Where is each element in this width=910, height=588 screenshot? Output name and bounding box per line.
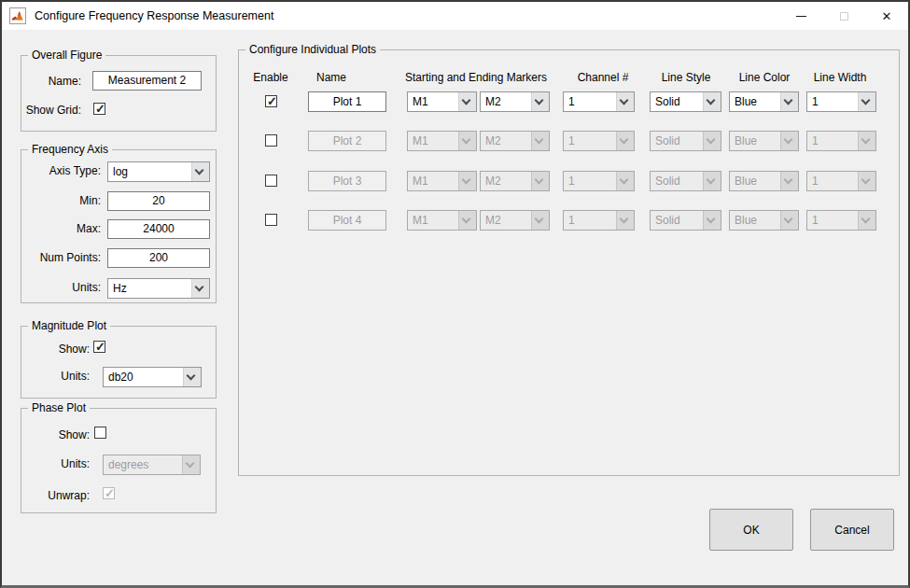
line-width-dropdown: 1 xyxy=(806,131,876,151)
max-field[interactable]: 24000 xyxy=(107,219,210,239)
min-label: Min: xyxy=(21,194,101,207)
enable-checkbox[interactable] xyxy=(265,95,277,107)
end-marker-dropdown[interactable]: M2 xyxy=(480,91,550,112)
chevron-down-icon xyxy=(531,172,549,190)
line-width-value: 1 xyxy=(812,175,819,188)
phase-units-dropdown: degrees xyxy=(103,455,201,475)
titlebar: Configure Frequency Response Measurement… xyxy=(2,2,908,30)
start-marker-value: M1 xyxy=(413,175,428,188)
chevron-down-icon xyxy=(458,172,476,190)
group-title: Configure Individual Plots xyxy=(245,43,380,56)
line-style-value: Solid xyxy=(655,134,680,147)
chevron-down-icon xyxy=(458,92,476,111)
enable-checkbox[interactable] xyxy=(265,214,277,226)
chevron-down-icon xyxy=(703,92,721,111)
line-width-dropdown: 1 xyxy=(806,210,876,231)
chevron-down-icon xyxy=(858,132,875,150)
frequency-axis-group: Frequency Axis Axis Type: log Min: 20 Ma… xyxy=(21,149,217,303)
line-color-dropdown[interactable]: Blue xyxy=(729,91,799,112)
enable-header: Enable xyxy=(253,71,287,84)
chevron-down-icon xyxy=(191,162,209,181)
plot-row-2: Plot 2 M1 M2 1 Solid Blue 1 xyxy=(239,131,899,151)
start-marker-value: M1 xyxy=(413,95,428,108)
axis-type-label: Axis Type: xyxy=(21,164,101,177)
line-style-value: Solid xyxy=(655,175,680,188)
show-label: Show: xyxy=(21,428,90,441)
max-label: Max: xyxy=(21,222,101,235)
channel-dropdown: 1 xyxy=(563,131,635,151)
chevron-down-icon xyxy=(183,368,201,386)
start-marker-dropdown: M1 xyxy=(407,131,477,151)
chevron-down-icon xyxy=(780,92,798,111)
line-color-value: Blue xyxy=(735,134,757,147)
channel-value: 1 xyxy=(568,95,575,108)
chevron-down-icon xyxy=(458,132,476,150)
group-title: Frequency Axis xyxy=(28,143,112,156)
plot-row-4: Plot 4 M1 M2 1 Solid Blue 1 xyxy=(239,210,899,231)
phase-show-checkbox[interactable] xyxy=(94,427,106,439)
enable-checkbox[interactable] xyxy=(265,134,277,147)
minimize-button[interactable] xyxy=(779,2,822,30)
magnitude-plot-group: Magnitude Plot Show: Units: db20 xyxy=(21,326,217,399)
end-marker-dropdown: M2 xyxy=(480,131,550,151)
configure-measurement-dialog: Configure Frequency Response Measurement… xyxy=(0,0,910,588)
cancel-button[interactable]: Cancel xyxy=(810,509,894,551)
line-width-dropdown[interactable]: 1 xyxy=(806,91,876,112)
frequency-units-dropdown[interactable]: Hz xyxy=(107,278,210,299)
channel-value: 1 xyxy=(568,175,575,188)
ok-button[interactable]: OK xyxy=(709,509,793,551)
plot-row-1: Plot 1 M1 M2 1 Solid Blue 1 xyxy=(239,91,899,112)
end-marker-value: M2 xyxy=(485,95,501,108)
units-label: Units: xyxy=(21,370,90,383)
plot-row-3: Plot 3 M1 M2 1 Solid Blue 1 xyxy=(239,171,899,191)
chevron-down-icon xyxy=(780,172,798,190)
channel-value: 1 xyxy=(568,134,575,147)
unwrap-checkbox xyxy=(103,487,115,499)
plot-name-field: Plot 3 xyxy=(308,171,386,191)
show-grid-checkbox[interactable] xyxy=(93,103,105,115)
chevron-down-icon xyxy=(858,92,875,111)
units-label: Units: xyxy=(21,457,90,470)
line-color-dropdown: Blue xyxy=(729,171,799,191)
minimize-icon xyxy=(796,16,806,17)
chevron-down-icon xyxy=(780,132,798,150)
line-style-header: Line Style xyxy=(662,71,711,84)
channel-dropdown: 1 xyxy=(563,171,635,191)
axis-type-value: log xyxy=(113,165,128,178)
line-width-value: 1 xyxy=(812,134,819,147)
window-controls: ✕ xyxy=(779,2,908,30)
chevron-down-icon xyxy=(616,172,634,190)
line-color-value: Blue xyxy=(735,175,757,188)
axis-type-dropdown[interactable]: log xyxy=(107,161,210,182)
chevron-down-icon xyxy=(703,132,721,150)
close-icon: ✕ xyxy=(882,10,892,22)
chevron-down-icon xyxy=(616,211,634,230)
plot-name-field[interactable]: Plot 1 xyxy=(308,91,386,112)
line-style-dropdown: Solid xyxy=(650,171,721,191)
num-points-label: Num Points: xyxy=(21,251,101,264)
line-color-value: Blue xyxy=(735,95,757,108)
magnitude-units-value: db20 xyxy=(108,371,133,384)
end-marker-value: M2 xyxy=(485,214,501,227)
enable-checkbox[interactable] xyxy=(265,175,277,187)
close-button[interactable]: ✕ xyxy=(865,2,908,30)
line-style-dropdown: Solid xyxy=(650,131,721,151)
name-header: Name xyxy=(316,71,346,84)
chevron-down-icon xyxy=(458,211,476,230)
matlab-logo-icon xyxy=(9,7,26,24)
line-style-dropdown[interactable]: Solid xyxy=(650,91,721,112)
channel-dropdown[interactable]: 1 xyxy=(563,91,635,112)
start-marker-dropdown[interactable]: M1 xyxy=(407,91,477,112)
min-field[interactable]: 20 xyxy=(107,191,210,211)
end-marker-value: M2 xyxy=(485,175,501,188)
line-color-dropdown: Blue xyxy=(729,210,799,231)
figure-name-field[interactable]: Measurement 2 xyxy=(92,71,202,91)
chevron-down-icon xyxy=(703,211,721,230)
end-marker-dropdown: M2 xyxy=(480,171,550,191)
chevron-down-icon xyxy=(191,279,209,298)
magnitude-units-dropdown[interactable]: db20 xyxy=(103,367,202,387)
chevron-down-icon xyxy=(531,132,549,150)
start-marker-dropdown: M1 xyxy=(407,171,477,191)
magnitude-show-checkbox[interactable] xyxy=(93,341,105,353)
num-points-field[interactable]: 200 xyxy=(107,248,210,268)
